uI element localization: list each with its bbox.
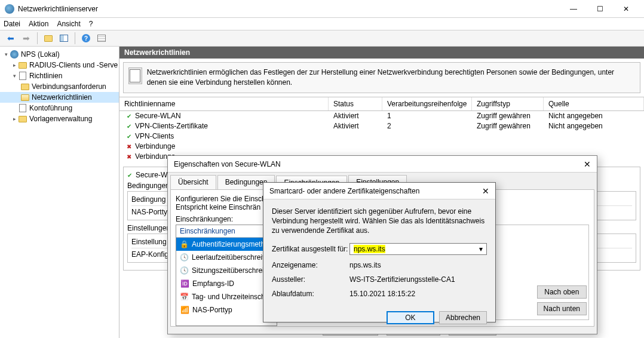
row-source: Nicht angegeben — [544, 112, 644, 120]
constraint-day-time[interactable]: 📅 Tag- und Uhrzeiteinschränkungen — [176, 290, 277, 303]
constraint-nas-port[interactable]: 📶 NAS-Porttyp — [176, 303, 277, 317]
constraint-idle-timeout[interactable]: 🕓 Leerlaufzeitüberschreitung — [176, 251, 277, 264]
tree-label: Verbindungsanforderun — [32, 82, 106, 91]
tree-root[interactable]: ▾ NPS (Lokal) — [0, 49, 119, 60]
col-access[interactable]: Zugriffstyp — [472, 97, 544, 110]
id-icon: 🆔 — [180, 279, 189, 288]
toolbar-separator — [37, 32, 38, 44]
expand-icon[interactable]: ▸ — [11, 62, 18, 68]
col-status[interactable]: Status — [329, 97, 382, 110]
list-header: Richtlinienname Status Verarbeitungsreih… — [119, 97, 644, 111]
constraint-label: NAS-Porttyp — [192, 306, 232, 314]
accounting-icon — [18, 103, 27, 113]
arrow-right-icon: ➡ — [23, 33, 30, 43]
enabled-icon — [124, 112, 134, 120]
list-row[interactable]: Secure-WLAN Aktiviert 1 Zugriff gewähren… — [119, 111, 644, 121]
app-icon — [5, 4, 14, 14]
properties-title: Eigenschaften von Secure-WLAN — [174, 160, 567, 168]
move-up-button[interactable]: Nach oben — [537, 285, 587, 299]
folder-icon — [20, 82, 30, 91]
panel-header: Netzwerkrichtlinien — [119, 47, 644, 59]
ok-button[interactable]: OK — [387, 311, 434, 324]
list-row[interactable]: VPN-Clients — [119, 131, 644, 142]
row-name: Secure-WLAN — [135, 112, 181, 120]
row-access: Zugriff gewähren — [472, 112, 544, 120]
enabled-icon — [127, 171, 132, 179]
panes-icon — [60, 35, 68, 42]
menu-action[interactable]: Aktion — [29, 20, 48, 28]
cert-close-button[interactable]: ✕ — [465, 186, 489, 196]
cancel-button[interactable]: Abbrechen — [439, 311, 487, 324]
constraint-called-station[interactable]: 🆔 Empfangs-ID — [176, 277, 277, 290]
back-button[interactable]: ⬅ — [4, 31, 18, 45]
up-button[interactable] — [41, 31, 56, 45]
row-source: Nicht angegeben — [544, 122, 644, 130]
tree-connection-request[interactable]: Verbindungsanforderun — [0, 81, 119, 92]
list-icon — [97, 35, 106, 42]
properties-titlebar[interactable]: Eigenschaften von Secure-WLAN ✕ — [168, 156, 597, 173]
cert-title: Smartcard- oder andere Zertifikateigensc… — [269, 187, 465, 195]
col-source[interactable]: Quelle — [544, 97, 644, 110]
disabled-icon — [124, 142, 134, 150]
show-hide-button[interactable] — [57, 31, 71, 45]
cert-intro: Dieser Server identifiziert sich gegenüb… — [272, 207, 487, 236]
tree-radius-clients[interactable]: ▸ RADIUS-Clients und -Serve — [0, 60, 119, 70]
expand-icon[interactable]: ▾ — [2, 51, 10, 57]
friendly-name-value: nps.ws.its — [349, 261, 487, 269]
constraint-session-timeout[interactable]: 🕓 Sitzungszeitüberschreitung — [176, 264, 277, 277]
move-down-button[interactable]: Nach unten — [537, 302, 587, 315]
list-row[interactable]: Verbindunge — [119, 142, 644, 152]
menu-file[interactable]: Datei — [4, 20, 20, 28]
tree-accounting[interactable]: Kontoführung — [0, 103, 119, 113]
constraints-list[interactable]: Einschränkungen 🔒 Authentifizierungsmeth… — [176, 225, 277, 326]
toolbar-separator — [75, 32, 75, 44]
cert-titlebar[interactable]: Smartcard- oder andere Zertifikateigensc… — [263, 183, 495, 199]
title-bar: Netzwerkrichtlinienserver — ☐ ✕ — [0, 0, 644, 18]
row-name: VPN-Clients-Zertifikate — [135, 122, 208, 130]
arrow-left-icon: ⬅ — [7, 33, 14, 43]
tree-templates[interactable]: ▸ Vorlagenverwaltung — [0, 113, 119, 124]
window-title: Netzwerkrichtlinienserver — [18, 5, 560, 13]
tab-overview[interactable]: Übersicht — [170, 175, 216, 189]
description-text: Netzwerkrichtlinien ermöglichen das Fest… — [147, 67, 635, 88]
menu-bar: Datei Aktion Ansicht ? — [0, 18, 644, 30]
constraints-list-header: Einschränkungen — [176, 225, 277, 238]
folder-icon — [18, 60, 27, 70]
minimize-button[interactable]: — — [560, 1, 587, 17]
constraint-auth-methods[interactable]: 🔒 Authentifizierungsmethoden — [176, 238, 277, 251]
menu-help[interactable]: ? — [89, 20, 93, 28]
row-status: Aktiviert — [329, 122, 382, 130]
maximize-button[interactable]: ☐ — [587, 1, 613, 17]
issued-to-combo[interactable]: nps.ws.its ▾ — [349, 243, 487, 255]
expiry-value: 15.10.2021 18:15:22 — [349, 290, 487, 298]
nav-tree[interactable]: ▾ NPS (Lokal) ▸ RADIUS-Clients und -Serv… — [0, 47, 119, 338]
clock-icon: 🕓 — [180, 253, 189, 262]
row-access: Zugriff gewähren — [472, 122, 544, 130]
properties-close-button[interactable]: ✕ — [567, 159, 591, 169]
row-name: Verbindunge — [135, 142, 175, 150]
antenna-icon: 📶 — [180, 305, 189, 315]
close-button[interactable]: ✕ — [613, 1, 639, 17]
refresh-button[interactable] — [94, 31, 109, 45]
row-order: 1 — [382, 112, 472, 120]
disabled-icon — [124, 152, 134, 161]
expand-icon[interactable]: ▾ — [11, 73, 18, 79]
help-button[interactable]: ? — [79, 31, 93, 45]
tree-label: RADIUS-Clients und -Serve — [29, 61, 118, 69]
nps-icon — [10, 50, 19, 59]
expand-icon[interactable]: ▸ — [11, 116, 18, 122]
tree-root-label: NPS (Lokal) — [21, 50, 60, 59]
tree-network-policies[interactable]: Netzwerkrichtlinien — [0, 92, 119, 103]
tree-label: Netzwerkrichtlinien — [32, 93, 92, 102]
col-name[interactable]: Richtlinienname — [119, 97, 329, 110]
col-order[interactable]: Verarbeitungsreihenfolge — [382, 97, 472, 110]
tree-label: Kontoführung — [29, 104, 72, 112]
constraint-label: Authentifizierungsmethoden — [192, 240, 273, 248]
menu-view[interactable]: Ansicht — [57, 20, 80, 28]
tree-policies[interactable]: ▾ Richtlinien — [0, 70, 119, 81]
issuer-label: Aussteller: — [272, 275, 349, 284]
templates-icon — [18, 114, 27, 124]
folder-open-icon — [20, 93, 30, 102]
list-row[interactable]: VPN-Clients-Zertifikate Aktiviert 2 Zugr… — [119, 121, 644, 131]
forward-button[interactable]: ➡ — [19, 31, 33, 45]
